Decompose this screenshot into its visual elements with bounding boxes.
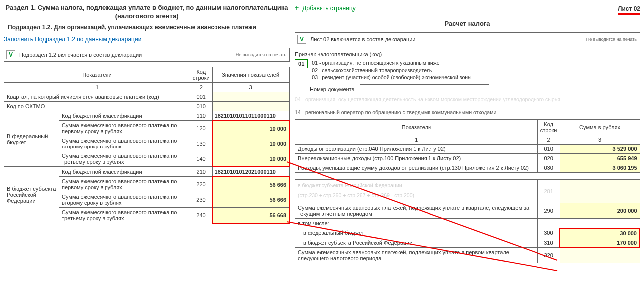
note-14: 14 - региональный оператор по обращению … xyxy=(295,109,640,115)
cell-300[interactable]: 30 000 xyxy=(560,228,640,238)
check-icon: V xyxy=(6,50,15,59)
th-code: Код строки xyxy=(190,67,212,82)
fill-section-link[interactable]: Заполнить Подраздел 1.2 по данным деклар… xyxy=(4,36,141,43)
include-checkbox-row[interactable]: V Подраздел 1.2 включается в состав декл… xyxy=(4,48,290,62)
check-icon: V xyxy=(297,35,306,44)
section-title: Раздел 1. Сумма налога, подлежащая уплат… xyxy=(4,4,290,21)
doc-num-input[interactable] xyxy=(360,84,489,94)
cell-120[interactable]: 10 000 xyxy=(212,121,289,136)
cell-130[interactable]: 10 000 xyxy=(212,136,289,151)
cell-140[interactable]: 10 000 xyxy=(212,151,289,167)
sheet-02: + Добавить страницу Лист 02 Расчет налог… xyxy=(295,4,640,263)
cell-240[interactable]: 56 668 xyxy=(212,208,289,223)
noprint-label: Не выводится на печать xyxy=(236,52,286,57)
include-sheet-row[interactable]: V Лист 02 включается в состав декларации… xyxy=(295,32,640,46)
cell-020[interactable]: 655 949 xyxy=(560,154,640,163)
include-label: Подраздел 1.2 включается в состав деклар… xyxy=(19,52,142,58)
sign-code-input[interactable]: 01 xyxy=(295,59,308,68)
cell-010[interactable]: 3 529 000 xyxy=(560,145,640,154)
sheet-label: Лист 02 xyxy=(618,5,640,15)
add-page-link[interactable]: Добавить страницу xyxy=(302,5,355,12)
include-sheet-label: Лист 02 включается в состав декларации xyxy=(310,36,415,42)
cell-310[interactable]: 170 000 xyxy=(560,238,640,248)
th-values: Значения показателей xyxy=(212,67,289,82)
section-1-2-table: Показатели Код строки Значения показател… xyxy=(4,67,290,224)
faded-opt-04: 04 - организация, осуществляющая деятель… xyxy=(295,96,640,102)
th-indicators: Показатели xyxy=(4,67,190,82)
doc-num-label: Номер документа xyxy=(310,86,355,92)
sign-options: 01 - организация, не относящаяся к указа… xyxy=(312,59,471,81)
cell-230[interactable]: 56 666 xyxy=(212,192,289,208)
calc-title: Расчет налога xyxy=(295,20,640,27)
cell-220[interactable]: 56 666 xyxy=(212,177,289,192)
section-1-2: Раздел 1. Сумма налога, подлежащая уплат… xyxy=(4,4,290,263)
plus-icon: + xyxy=(295,4,299,12)
cell-320[interactable] xyxy=(560,248,640,263)
section-subtitle: Подраздел 1.2. Для организаций, уплачива… xyxy=(4,24,290,31)
sheet-02-table: Показатели Код строки Сумма в рублях 1 2… xyxy=(295,119,640,263)
sign-label: Признак налогоплательщика (код) xyxy=(295,51,640,57)
cell-030[interactable]: 3 060 195 xyxy=(560,163,640,173)
group-federal: В федеральный бюджет xyxy=(4,111,59,167)
noprint-label: Не выводится на печать xyxy=(586,37,637,42)
group-subject: В бюджет субъекта Российской Федерации xyxy=(4,167,59,223)
cell-290[interactable]: 200 000 xyxy=(560,203,640,219)
